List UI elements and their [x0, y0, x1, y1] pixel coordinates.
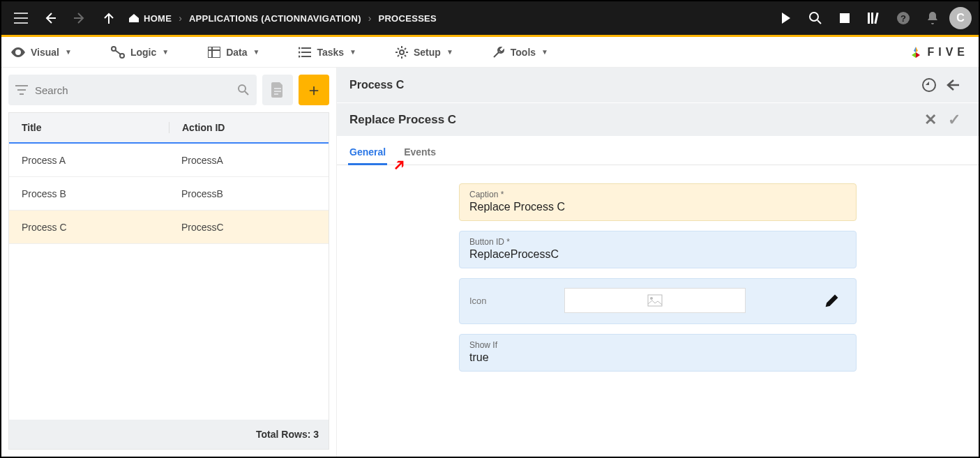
filter-icon: [15, 85, 28, 95]
tab-general[interactable]: General: [349, 146, 386, 165]
cell: Process C: [9, 222, 169, 233]
svg-rect-9: [208, 47, 220, 58]
detail-subtitle: Replace Process C: [349, 113, 456, 127]
svg-point-14: [239, 85, 246, 92]
cell: ProcessA: [169, 155, 329, 166]
forward-icon[interactable]: [67, 6, 92, 31]
svg-marker-16: [926, 82, 929, 85]
avatar[interactable]: C: [949, 7, 972, 29]
field-icon[interactable]: Icon: [459, 278, 857, 324]
svg-rect-4: [874, 13, 878, 24]
target-icon[interactable]: [921, 77, 944, 93]
menu-tasks[interactable]: Tasks▼: [299, 47, 356, 58]
svg-point-18: [650, 297, 653, 300]
stop-icon[interactable]: [832, 6, 857, 31]
table-row[interactable]: Process A ProcessA: [9, 144, 329, 177]
menu-logic[interactable]: Logic▼: [111, 46, 169, 59]
process-table: Title Action ID Process A ProcessA Proce…: [8, 112, 329, 450]
field-label: Show If: [469, 340, 846, 350]
svg-rect-2: [868, 13, 870, 24]
search-box[interactable]: [8, 75, 257, 105]
search-icon[interactable]: [237, 84, 250, 96]
menu-visual[interactable]: Visual▼: [11, 47, 72, 58]
field-value: Replace Process C: [469, 201, 846, 213]
back-icon[interactable]: [38, 6, 63, 31]
svg-point-12: [299, 55, 301, 57]
svg-point-13: [400, 50, 404, 54]
play-icon[interactable]: [774, 6, 799, 31]
chevron-right-icon: ›: [179, 13, 182, 24]
breadcrumb-applications[interactable]: APPLICATIONS (ACTIONNAVIGATION): [189, 13, 361, 24]
svg-point-0: [810, 13, 818, 21]
search-icon[interactable]: [803, 6, 828, 31]
cell: ProcessB: [169, 188, 329, 199]
library-icon[interactable]: [861, 6, 887, 31]
add-button[interactable]: ＋: [299, 75, 329, 105]
bell-icon[interactable]: [920, 6, 945, 31]
table-row[interactable]: Process B ProcessB: [9, 177, 329, 211]
detail-title: Process C: [349, 79, 404, 91]
detail-header: Process C: [337, 68, 979, 102]
help-icon[interactable]: ?: [891, 6, 916, 31]
column-action-id[interactable]: Action ID: [169, 122, 329, 133]
detail-tabs: General Events ➔: [337, 136, 979, 165]
confirm-icon[interactable]: ✓: [942, 111, 966, 129]
up-icon[interactable]: [96, 6, 121, 31]
search-input[interactable]: [35, 84, 230, 96]
svg-text:?: ?: [900, 13, 906, 24]
table-header: Title Action ID: [9, 113, 329, 144]
menu-data[interactable]: Data▼: [208, 47, 259, 58]
detail-subheader: Replace Process C ✕ ✓: [337, 102, 979, 136]
icon-preview[interactable]: [564, 288, 746, 313]
cell: ProcessC: [169, 222, 329, 233]
breadcrumb-processes[interactable]: PROCESSES: [378, 13, 437, 24]
cell: Process A: [9, 155, 169, 166]
field-label: Caption *: [469, 190, 846, 199]
close-icon[interactable]: ✕: [919, 111, 942, 129]
right-panel: Process C Replace Process C ✕ ✓ General …: [336, 68, 979, 457]
cell: Process B: [9, 188, 169, 199]
svg-point-11: [299, 51, 301, 53]
hamburger-icon[interactable]: [8, 6, 33, 31]
svg-rect-3: [871, 13, 873, 24]
back-arrow-icon[interactable]: [944, 79, 966, 91]
svg-rect-17: [648, 295, 662, 306]
field-label: Button ID *: [469, 237, 846, 247]
breadcrumb: HOME › APPLICATIONS (ACTIONNAVIGATION) ›…: [128, 13, 437, 24]
top-bar: HOME › APPLICATIONS (ACTIONNAVIGATION) ›…: [1, 1, 979, 35]
menu-setup[interactable]: Setup▼: [395, 46, 453, 59]
column-title[interactable]: Title: [9, 122, 169, 133]
svg-rect-1: [840, 13, 850, 23]
field-label: Icon: [469, 296, 553, 306]
main-area: ＋ Title Action ID Process A ProcessA Pro…: [1, 68, 979, 457]
chevron-right-icon: ›: [368, 13, 372, 24]
detail-form: Caption * Replace Process C Button ID * …: [337, 165, 979, 390]
table-row[interactable]: Process C ProcessC: [9, 211, 329, 244]
field-button-id[interactable]: Button ID * ReplaceProcessC: [459, 231, 857, 268]
edit-icon[interactable]: [825, 293, 839, 307]
left-panel: ＋ Title Action ID Process A ProcessA Pro…: [1, 68, 336, 457]
breadcrumb-home[interactable]: HOME: [128, 13, 172, 24]
svg-point-10: [299, 47, 301, 49]
menu-bar: Visual▼ Logic▼ Data▼ Tasks▼ Setup▼ Tools…: [1, 37, 979, 68]
document-button[interactable]: [262, 75, 293, 105]
tab-events[interactable]: Events: [404, 146, 436, 165]
field-caption[interactable]: Caption * Replace Process C: [459, 183, 857, 221]
field-value: true: [469, 351, 846, 364]
field-value: ReplaceProcessC: [469, 248, 846, 261]
table-footer: Total Rows: 3: [9, 420, 329, 449]
menu-tools[interactable]: Tools▼: [492, 46, 548, 59]
brand-logo: FIVE: [909, 45, 969, 59]
field-show-if[interactable]: Show If true: [459, 334, 857, 372]
